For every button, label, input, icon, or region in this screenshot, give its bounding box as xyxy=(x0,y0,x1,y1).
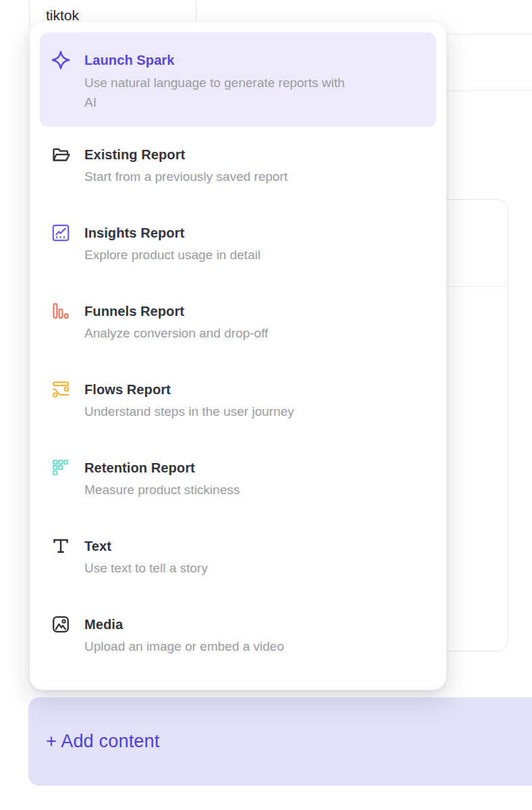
funnel-bars-icon xyxy=(51,301,71,321)
menu-item-description: Explore product usage in detail xyxy=(84,246,261,264)
menu-item-retention-report[interactable]: Retention Report Measure product stickin… xyxy=(40,440,436,518)
add-content-menu: Launch Spark Use natural language to gen… xyxy=(30,22,446,690)
add-content-label: + Add content xyxy=(46,731,160,752)
menu-item-title: Insights Report xyxy=(84,224,261,242)
menu-item-existing-report[interactable]: Existing Report Start from a previously … xyxy=(40,127,436,205)
menu-item-insights-report[interactable]: Insights Report Explore product usage in… xyxy=(40,205,436,284)
background-table-border xyxy=(29,0,30,26)
menu-item-description: Measure product stickiness xyxy=(84,481,240,499)
menu-item-launch-spark[interactable]: Launch Spark Use natural language to gen… xyxy=(40,32,436,127)
text-icon xyxy=(51,536,71,556)
menu-item-description: Start from a previously saved report xyxy=(84,167,288,186)
menu-item-title: Retention Report xyxy=(84,459,240,477)
menu-item-title: Media xyxy=(84,616,284,633)
retention-grid-icon xyxy=(51,458,71,478)
menu-item-title: Launch Spark xyxy=(84,51,345,69)
line-chart-icon xyxy=(51,223,71,243)
media-icon xyxy=(51,614,71,634)
open-folder-icon xyxy=(51,144,71,165)
flow-icon xyxy=(51,379,71,400)
menu-item-media[interactable]: Media Upload an image or embed a video xyxy=(40,597,436,675)
menu-item-title: Flows Report xyxy=(84,381,294,398)
menu-item-description: Understand steps in the user journey xyxy=(84,402,294,421)
menu-item-description: Use text to tell a story xyxy=(84,559,208,577)
menu-item-description: Upload an image or embed a video xyxy=(84,637,284,655)
menu-item-title: Existing Report xyxy=(84,146,288,163)
menu-item-text[interactable]: Text Use text to tell a story xyxy=(40,518,436,597)
menu-item-description: Analyze conversion and drop-off xyxy=(84,324,268,342)
menu-item-funnels-report[interactable]: Funnels Report Analyze conversion and dr… xyxy=(40,284,436,362)
spark-icon xyxy=(51,50,71,70)
menu-item-title: Text xyxy=(84,537,208,555)
menu-item-description: Use natural language to generate reports… xyxy=(84,73,345,112)
menu-item-title: Funnels Report xyxy=(84,302,268,320)
add-content-button[interactable]: + Add content xyxy=(28,697,532,786)
menu-item-flows-report[interactable]: Flows Report Understand steps in the use… xyxy=(40,362,436,440)
